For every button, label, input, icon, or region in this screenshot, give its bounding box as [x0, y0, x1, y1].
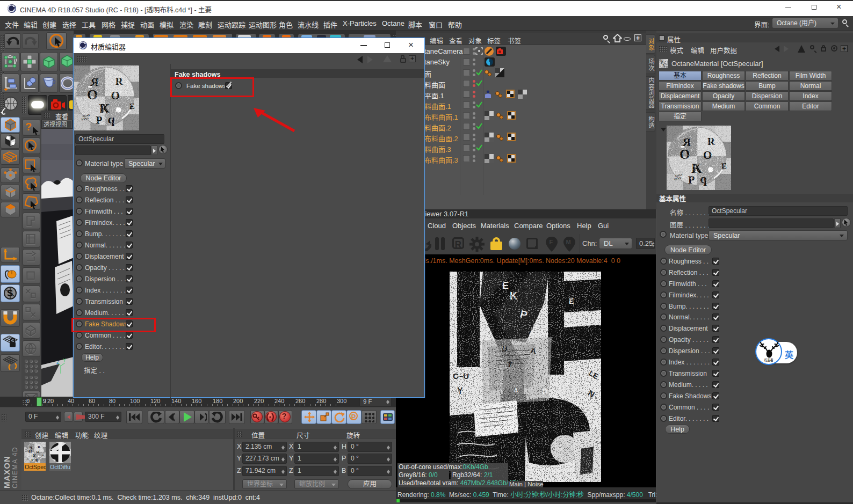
svg-text:S: S: [7, 288, 13, 298]
svg-text:F: F: [550, 239, 553, 245]
svg-text:M: M: [566, 239, 571, 245]
svg-text:Y: Y: [63, 357, 66, 363]
